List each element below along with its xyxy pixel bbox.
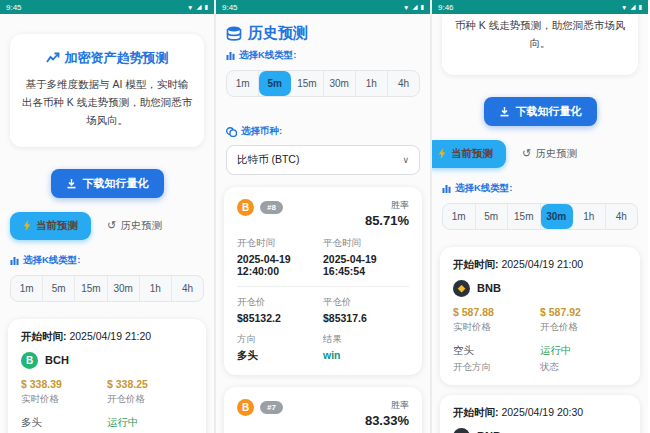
- kline-option-30m[interactable]: 30m: [108, 276, 140, 301]
- realtime-price-label: 实时价格: [453, 321, 540, 334]
- btc-coin-icon: B: [237, 399, 254, 416]
- status-bar: 9:45 ▼ ◢ ▮: [216, 0, 430, 14]
- direction-label: 开仓方向: [453, 361, 540, 374]
- download-label: 下载知行量化: [516, 104, 582, 119]
- start-time-value: 2025/04/19 21:00: [501, 258, 583, 270]
- screen-current-prediction: 9:45 ▼ ◢ ▮ 加密资产趋势预测 基于多维度数据与 AI 模型，实时输出各…: [0, 0, 216, 433]
- open-time-value: 2025-04-19 12:40:00: [237, 253, 323, 277]
- open-price-label: 开仓价格: [540, 321, 627, 334]
- prediction-card-bnb-2: 开始时间: 2025/04/19 20:30 ◆ BNB $ 587.93实时价…: [440, 395, 640, 433]
- prediction-tabs: 当前预测 ↺ 历史预测: [10, 212, 204, 240]
- close-price-value: $85317.6: [323, 312, 409, 324]
- kline-type-label-row: 选择K线类型:: [442, 182, 638, 195]
- history-icon: ↺: [107, 219, 116, 232]
- battery-icon: ▮: [638, 3, 642, 11]
- three-phone-screens: 9:45 ▼ ◢ ▮ 加密资产趋势预测 基于多维度数据与 AI 模型，实时输出各…: [0, 0, 650, 433]
- direction-label: 方向: [237, 333, 323, 346]
- status-value: 运行中: [540, 344, 627, 358]
- open-price-value: $85132.2: [237, 312, 323, 324]
- tab-current-label: 当前预测: [36, 219, 78, 233]
- bar-chart-icon: [442, 184, 451, 193]
- lightning-icon: [438, 148, 446, 159]
- kline-option-1m[interactable]: 1m: [227, 71, 259, 96]
- kline-option-1m[interactable]: 1m: [11, 276, 43, 301]
- kline-option-1h[interactable]: 1h: [573, 204, 606, 229]
- kline-type-label-row: 选择K线类型:: [10, 254, 204, 267]
- tab-current-label: 当前预测: [451, 147, 493, 161]
- kline-option-1h[interactable]: 1h: [140, 276, 172, 301]
- signal-icon: ◢: [196, 3, 201, 11]
- database-icon: [226, 26, 242, 41]
- prediction-card-bch: 开始时间: 2025/04/19 21:20 B BCH $ 338.39实时价…: [8, 319, 206, 433]
- trend-chart-icon: [46, 52, 60, 64]
- coin-dropdown-value: 比特币 (BTC): [237, 153, 299, 167]
- kline-option-15m[interactable]: 15m: [291, 71, 323, 96]
- hero-card: 加密资产趋势预测 基于多维度数据与 AI 模型，实时输出各币种 K 线走势预测，…: [10, 34, 204, 147]
- direction-value: 多头: [21, 416, 107, 430]
- result-label: 结果: [323, 333, 409, 346]
- win-rate-label: 胜率: [365, 199, 409, 212]
- win-rate-value: 83.33%: [365, 413, 409, 428]
- realtime-price-value: $ 338.39: [21, 378, 107, 390]
- history-card-8: B #8 胜率 85.71% 开仓时间2025-04-19 12:40:00 平…: [224, 187, 422, 375]
- tab-history-prediction[interactable]: ↺ 历史预测: [522, 147, 577, 161]
- download-icon: [499, 106, 510, 117]
- kline-option-4h[interactable]: 4h: [388, 71, 419, 96]
- close-time-label: 平仓时间: [323, 237, 409, 250]
- bch-coin-icon: B: [21, 352, 38, 369]
- kline-option-4h[interactable]: 4h: [606, 204, 638, 229]
- hero-description: 基于多维度数据与 AI 模型，实时输出各币种 K 线走势预测，助您洞悉市场风向。: [21, 76, 193, 130]
- kline-selector: 1m 5m 15m 30m 1h 4h: [10, 275, 204, 302]
- status-bar: 9:45 ▼ ◢ ▮: [0, 0, 214, 14]
- kline-option-15m[interactable]: 15m: [508, 204, 541, 229]
- download-app-button[interactable]: 下载知行量化: [51, 169, 164, 198]
- lightning-icon: [23, 220, 31, 231]
- tab-current-prediction[interactable]: 当前预测: [10, 212, 91, 240]
- kline-selector: 1m 5m 15m 30m 1h 4h: [226, 70, 420, 97]
- kline-option-5m[interactable]: 5m: [43, 276, 75, 301]
- signal-icon: ◢: [412, 3, 417, 11]
- open-time-label: 开仓时间: [237, 237, 323, 250]
- bar-chart-icon: [226, 51, 235, 60]
- coin-select-label: 选择币种:: [241, 125, 282, 138]
- coin-name: BNB: [477, 282, 501, 294]
- kline-option-15m[interactable]: 15m: [75, 276, 107, 301]
- win-rate-label: 胜率: [365, 399, 409, 412]
- coins-icon: [226, 127, 237, 137]
- kline-option-1h[interactable]: 1h: [356, 71, 388, 96]
- screen-history-prediction: 9:45 ▼ ◢ ▮ 历史预测 选择K线类型: 1m 5m 15m 30m 1h: [216, 0, 432, 433]
- hero-card-partial: 币种 K 线走势预测，助您洞悉市场风 向。: [442, 14, 638, 75]
- kline-type-label-row: 选择K线类型:: [226, 49, 420, 62]
- direction-value: 多头: [237, 349, 323, 363]
- kline-option-5m[interactable]: 5m: [476, 204, 509, 229]
- status-bar: 9:46 ▼ ◢ ▮: [432, 0, 648, 14]
- coin-dropdown[interactable]: 比特币 (BTC) ∨: [226, 145, 420, 175]
- start-time-value: 2025/04/19 20:30: [501, 406, 583, 418]
- hero-title: 加密资产趋势预测: [65, 49, 169, 67]
- close-time-value: 2025-04-19 16:45:54: [323, 253, 409, 277]
- battery-icon: ▮: [204, 3, 208, 11]
- kline-option-4h[interactable]: 4h: [172, 276, 203, 301]
- tab-current-prediction[interactable]: 当前预测: [432, 140, 506, 168]
- tab-history-prediction[interactable]: ↺ 历史预测: [107, 219, 162, 233]
- start-time-label: 开始时间:: [21, 330, 67, 342]
- bar-chart-icon: [10, 256, 19, 265]
- coin-select-label-row: 选择币种:: [226, 125, 420, 138]
- start-time-value: 2025/04/19 21:20: [69, 330, 151, 342]
- kline-option-30m[interactable]: 30m: [324, 71, 356, 96]
- battery-icon: ▮: [420, 3, 424, 11]
- coin-name: BCH: [45, 354, 69, 366]
- kline-option-30m-selected[interactable]: 30m: [541, 204, 574, 229]
- open-price-label: 开仓价格: [107, 393, 193, 406]
- status-time: 9:45: [6, 3, 22, 12]
- history-icon: ↺: [522, 147, 531, 160]
- download-icon: [66, 178, 77, 189]
- kline-option-1m[interactable]: 1m: [443, 204, 476, 229]
- bnb-coin-icon: ◆: [453, 428, 470, 433]
- kline-option-5m-selected[interactable]: 5m: [259, 71, 291, 96]
- btc-coin-icon: B: [237, 199, 254, 216]
- bnb-coin-icon: ◆: [453, 280, 470, 297]
- prediction-card-bnb-1: 开始时间: 2025/04/19 21:00 ◆ BNB $ 587.88实时价…: [440, 247, 640, 385]
- start-time-label: 开始时间:: [453, 406, 499, 418]
- download-app-button[interactable]: 下载知行量化: [484, 97, 597, 126]
